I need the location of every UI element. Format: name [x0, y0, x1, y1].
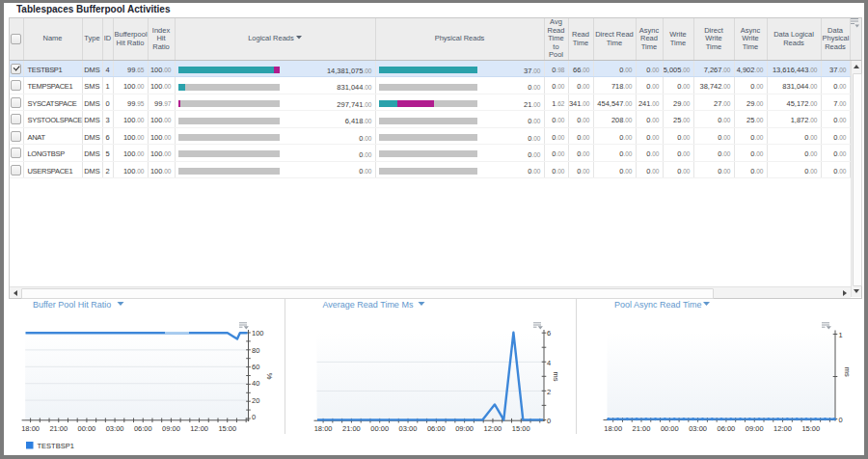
svg-text:2: 2 [547, 388, 551, 396]
svg-text:03:00: 03:00 [399, 424, 418, 433]
svg-text:03:00: 03:00 [106, 424, 124, 433]
svg-text:06:00: 06:00 [427, 424, 446, 433]
svg-text:00:00: 00:00 [78, 424, 96, 433]
svg-text:18:00: 18:00 [314, 424, 333, 433]
svg-text:80: 80 [252, 346, 259, 355]
svg-text:21:00: 21:00 [342, 424, 361, 433]
svg-text:09:00: 09:00 [162, 424, 180, 433]
svg-text:03:00: 03:00 [689, 424, 707, 433]
svg-text:0: 0 [839, 416, 843, 424]
svg-text:4: 4 [547, 359, 551, 367]
svg-text:21:00: 21:00 [49, 424, 68, 433]
svg-text:6: 6 [547, 329, 551, 338]
svg-text:0: 0 [252, 413, 256, 421]
svg-text:18:00: 18:00 [21, 424, 40, 433]
svg-text:ms: ms [552, 372, 560, 382]
svg-text:06:00: 06:00 [718, 424, 736, 433]
svg-text:09:00: 09:00 [746, 424, 764, 433]
svg-text:09:00: 09:00 [455, 424, 474, 433]
svg-text:00:00: 00:00 [370, 424, 389, 433]
svg-text:1: 1 [839, 331, 843, 339]
svg-text:100: 100 [252, 329, 264, 338]
svg-text:20: 20 [252, 396, 259, 405]
svg-text:18:00: 18:00 [604, 424, 622, 433]
svg-text:12:00: 12:00 [773, 424, 792, 433]
svg-text:Buffer Pool Hit Ratio: Buffer Pool Hit Ratio [33, 300, 111, 310]
svg-text:ms: ms [843, 367, 852, 377]
svg-text:00:00: 00:00 [661, 424, 679, 433]
svg-text:0: 0 [547, 417, 551, 425]
svg-text:06:00: 06:00 [134, 424, 152, 433]
svg-text:12:00: 12:00 [484, 424, 502, 433]
svg-text:15:00: 15:00 [218, 424, 236, 433]
svg-text:15:00: 15:00 [512, 424, 530, 433]
svg-text:Average Read Time Ms: Average Read Time Ms [323, 300, 414, 310]
svg-text:TESTBSP1: TESTBSP1 [38, 442, 74, 450]
svg-text:40: 40 [252, 379, 259, 388]
svg-text:60: 60 [252, 363, 259, 371]
svg-text:15:00: 15:00 [801, 424, 820, 433]
svg-text:21:00: 21:00 [633, 424, 651, 433]
svg-text:Pool Async Read Time: Pool Async Read Time [614, 300, 702, 310]
svg-text:12:00: 12:00 [190, 424, 208, 433]
svg-text:%: % [265, 373, 274, 380]
